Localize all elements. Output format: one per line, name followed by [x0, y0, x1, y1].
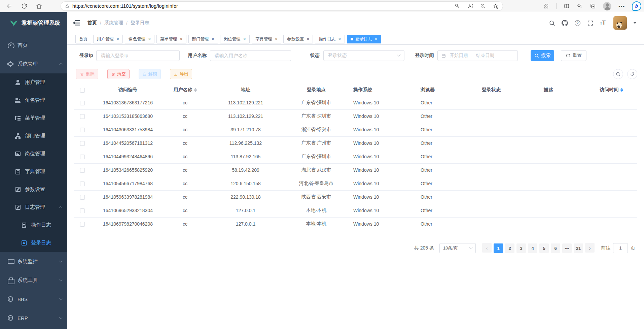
- tab[interactable]: 部门管理×: [188, 35, 218, 43]
- page-button[interactable]: 1: [494, 243, 503, 253]
- sidebar-item[interactable]: 用户管理: [0, 73, 67, 91]
- table-row[interactable]: 1641059633978281984cc222.90.130.18陕西省-西安…: [74, 190, 637, 204]
- row-checkbox[interactable]: [80, 101, 85, 105]
- tab[interactable]: 角色管理×: [125, 35, 154, 43]
- row-checkbox[interactable]: [80, 182, 85, 186]
- page-size-select[interactable]: 10条/页: [439, 243, 476, 253]
- show-search-button[interactable]: [613, 69, 623, 79]
- page-button[interactable]: 6: [551, 243, 560, 253]
- table-row[interactable]: 1641069652933218304cc127.0.0.1本地-本机Windo…: [74, 204, 637, 217]
- row-checkbox[interactable]: [80, 208, 85, 213]
- zoom-out-icon[interactable]: [480, 3, 486, 9]
- sidebar-item[interactable]: 字典管理: [0, 163, 67, 180]
- close-tab-icon[interactable]: ×: [307, 37, 309, 41]
- sidebar-item[interactable]: ERP: [0, 308, 67, 327]
- avatar-caret-icon[interactable]: [633, 22, 637, 26]
- close-tab-icon[interactable]: ×: [148, 37, 151, 41]
- date-range-picker[interactable]: 开始日期 - 结束日期: [437, 50, 518, 61]
- status-select[interactable]: 登录状态: [323, 50, 404, 61]
- row-checkbox[interactable]: [80, 155, 85, 159]
- clear-button[interactable]: 清空: [107, 69, 130, 79]
- extensions-icon[interactable]: [543, 3, 549, 9]
- close-tab-icon[interactable]: ×: [243, 37, 246, 41]
- tab[interactable]: 首页: [75, 35, 91, 43]
- unlock-button[interactable]: 解锁: [139, 69, 161, 79]
- row-checkbox[interactable]: [80, 195, 85, 200]
- close-tab-icon[interactable]: ×: [275, 37, 278, 41]
- tab[interactable]: 菜单管理×: [156, 35, 186, 43]
- prev-page-button[interactable]: ‹: [482, 243, 492, 253]
- column-header[interactable]: 用户名称: [165, 84, 205, 96]
- user-input[interactable]: [210, 50, 291, 61]
- refresh-icon[interactable]: [21, 3, 28, 9]
- sidebar-item[interactable]: 登录日志: [0, 234, 67, 252]
- close-tab-icon[interactable]: ×: [212, 37, 214, 41]
- user-avatar[interactable]: [613, 16, 627, 30]
- close-tab-icon[interactable]: ×: [180, 37, 182, 41]
- address-bar[interactable]: https://ccnetcore.com:1101/system/log/lo…: [61, 1, 503, 11]
- column-header[interactable]: 访问时间: [585, 84, 637, 96]
- sidebar-item[interactable]: BBS: [0, 290, 67, 308]
- ip-input[interactable]: [96, 50, 180, 61]
- sidebar-item[interactable]: Yi框架: [0, 327, 67, 329]
- tab[interactable]: 用户管理×: [93, 35, 123, 43]
- column-header[interactable]: 登录地点: [286, 84, 347, 96]
- sidebar-item[interactable]: 角色管理: [0, 91, 67, 109]
- sidebar-item[interactable]: 部门管理: [0, 127, 67, 145]
- header-search-icon[interactable]: [549, 20, 555, 26]
- close-tab-icon[interactable]: ×: [116, 37, 119, 41]
- sidebar-item[interactable]: 岗位管理: [0, 145, 67, 163]
- tab[interactable]: 字典管理×: [252, 35, 281, 43]
- page-button[interactable]: 4: [528, 243, 537, 253]
- row-checkbox[interactable]: [80, 168, 85, 173]
- table-row[interactable]: 1641054566717984768cc120.6.150.158河北省-秦皇…: [74, 177, 637, 190]
- url-text[interactable]: https://ccnetcore.com:1101/system/log/lo…: [72, 3, 178, 9]
- bing-chat-icon[interactable]: b: [632, 1, 641, 11]
- column-header[interactable]: 访问编号: [91, 84, 165, 96]
- table-row[interactable]: 1641053426655825920cc58.19.42.209湖北省-武汉市…: [74, 163, 637, 177]
- sort-icon[interactable]: [194, 88, 197, 92]
- breadcrumb-item[interactable]: 系统管理: [104, 20, 123, 26]
- read-aloud-icon[interactable]: [467, 3, 473, 9]
- browser-profile-icon[interactable]: [603, 2, 611, 10]
- column-header[interactable]: 操作系统: [347, 84, 414, 96]
- row-checkbox[interactable]: [80, 222, 85, 227]
- tab[interactable]: 登录日志×: [347, 35, 381, 43]
- home-icon[interactable]: [36, 3, 42, 9]
- favorites-icon[interactable]: [577, 3, 583, 9]
- tab[interactable]: 参数设置×: [283, 35, 313, 43]
- tab[interactable]: 操作日志×: [315, 35, 345, 43]
- select-all-header[interactable]: [74, 84, 91, 96]
- app-logo[interactable]: 意框架管理系统: [0, 12, 67, 34]
- sidebar-item[interactable]: 日志管理: [0, 198, 67, 216]
- help-icon[interactable]: ?: [574, 20, 581, 26]
- page-button[interactable]: 21: [574, 243, 583, 253]
- table-row[interactable]: 1641031533185863680cc113.102.129.221广东省-…: [74, 109, 637, 123]
- github-icon[interactable]: [562, 20, 568, 26]
- column-header[interactable]: 浏览器: [414, 84, 471, 96]
- page-button[interactable]: 2: [505, 243, 514, 253]
- browser-menu-icon[interactable]: •••: [618, 3, 625, 9]
- sidebar-item[interactable]: 系统管理: [0, 55, 67, 73]
- table-row[interactable]: 1641044520567181312cc112.96.225.132广东省-广…: [74, 136, 637, 150]
- collapse-sidebar-icon[interactable]: [73, 20, 80, 26]
- page-button[interactable]: 3: [516, 243, 526, 253]
- table-row[interactable]: 1641069798270046208cc127.0.0.1本地-本机Windo…: [74, 217, 637, 231]
- breadcrumb-item[interactable]: 首页: [87, 20, 97, 26]
- sidebar-item[interactable]: 首页: [0, 36, 67, 55]
- select-all-checkbox[interactable]: [80, 88, 85, 93]
- font-size-icon[interactable]: TT: [600, 20, 606, 26]
- end-date[interactable]: 结束日期: [476, 53, 494, 59]
- start-date[interactable]: 开始日期: [450, 53, 468, 59]
- sort-icon[interactable]: [620, 88, 623, 92]
- sidebar-item[interactable]: 系统工具: [0, 271, 67, 290]
- export-button[interactable]: 导出: [170, 69, 192, 79]
- sidebar-item[interactable]: 参数设置: [0, 180, 67, 198]
- close-tab-icon[interactable]: ×: [338, 37, 341, 41]
- column-header[interactable]: 地址: [205, 84, 286, 96]
- tab[interactable]: 岗位管理×: [220, 35, 250, 43]
- delete-button[interactable]: 删除: [76, 69, 98, 79]
- row-checkbox[interactable]: [80, 114, 85, 119]
- column-header[interactable]: 描述: [511, 84, 585, 96]
- table-row[interactable]: 1641043063331753984cc39.171.210.78浙江省-绍兴…: [74, 123, 637, 136]
